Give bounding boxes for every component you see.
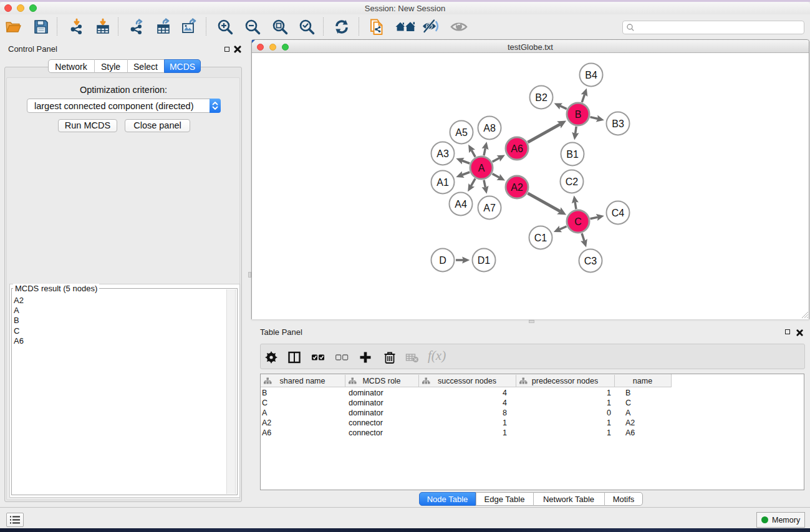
svg-text:D1: D1 — [478, 255, 491, 266]
svg-text:A5: A5 — [455, 127, 468, 138]
svg-text:A8: A8 — [483, 123, 496, 133]
svg-text:B4: B4 — [585, 70, 597, 80]
svg-text:C: C — [574, 216, 582, 227]
svg-text:A6: A6 — [511, 143, 523, 154]
svg-text:B1: B1 — [566, 149, 579, 160]
svg-text:A: A — [478, 163, 485, 173]
svg-text:C2: C2 — [566, 177, 579, 187]
svg-text:A3: A3 — [436, 148, 449, 159]
svg-text:C4: C4 — [612, 208, 625, 218]
svg-text:A2: A2 — [511, 182, 523, 193]
svg-text:A1: A1 — [436, 177, 449, 188]
svg-text:B3: B3 — [612, 118, 624, 129]
svg-text:A7: A7 — [483, 203, 496, 213]
svg-text:C1: C1 — [534, 233, 547, 243]
svg-text:B2: B2 — [535, 92, 547, 103]
svg-text:D: D — [439, 255, 446, 266]
svg-text:C3: C3 — [584, 256, 597, 266]
svg-text:B: B — [575, 109, 582, 120]
svg-text:A4: A4 — [455, 199, 467, 210]
